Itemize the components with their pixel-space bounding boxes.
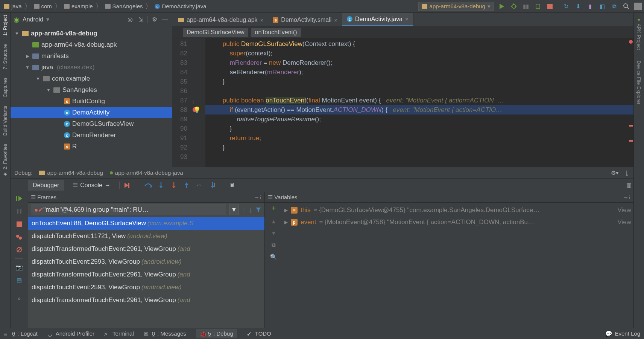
bottom-tab[interactable]: ◡Android Profiler (47, 330, 94, 337)
close-icon[interactable]: × (405, 16, 409, 22)
tree-item[interactable]: cDemoRenderer (11, 130, 172, 141)
override-icon[interactable]: ↕ (192, 97, 194, 107)
tab-apk-project[interactable]: ● APK Project (636, 17, 642, 50)
tree-item[interactable]: ▼java(classes.dex) (11, 62, 172, 73)
run-button[interactable] (498, 2, 506, 11)
tab-device-file-explorer[interactable]: Device File Explorer (636, 61, 642, 104)
profile-button[interactable]: ▮▮ (522, 2, 530, 11)
avd-manager-icon[interactable]: ⬇ (574, 2, 582, 11)
breadcrumb-item[interactable]: SanAngeles (103, 3, 144, 9)
variable-row[interactable]: ▶≡this = {DemoGLSurfaceView@4755} "com.e… (284, 204, 631, 216)
filter-icon[interactable] (255, 207, 261, 213)
up-icon[interactable]: ▲ (271, 218, 276, 224)
bottom-tab[interactable]: 🐞5: Debug (196, 329, 237, 338)
more-icon[interactable]: » (15, 294, 23, 302)
run-to-cursor-icon[interactable]: I (208, 181, 217, 190)
drop-frame-icon[interactable]: ⤺ (195, 181, 204, 190)
step-out-icon[interactable] (182, 181, 191, 190)
sdk-manager-icon[interactable]: ▮ (586, 2, 594, 11)
close-icon[interactable]: × (334, 17, 337, 23)
debug-button[interactable] (510, 2, 518, 11)
thread-selector[interactable]: ●✔ "main"@4,669 in group "main": RU… (31, 205, 226, 215)
editor-tab[interactable]: sDemoActivity.smali× (268, 14, 342, 26)
tab-captures[interactable]: Captures (2, 78, 8, 98)
expand-icon[interactable]: →⁝ (623, 194, 630, 201)
tab-debugger[interactable]: Debugger (28, 180, 64, 191)
step-into-icon[interactable] (156, 181, 166, 190)
attach-debugger-icon[interactable] (534, 2, 542, 11)
download-icon[interactable]: ⭳ (624, 170, 630, 176)
debug-process[interactable]: app-arm64-v8a-debug-java (115, 170, 183, 176)
stack-frame[interactable]: dispatchTouchEvent:2593, ViewGroup(andro… (28, 255, 264, 268)
tree-item[interactable]: sBuildConfig (11, 96, 172, 107)
tree-item[interactable]: cDemoActivity (11, 107, 172, 118)
project-view-selector[interactable]: Android (23, 16, 43, 23)
sync-gradle-icon[interactable]: ↻ (562, 2, 570, 11)
intention-bulb-icon[interactable]: 💡 (193, 105, 201, 115)
variable-list[interactable]: ▶≡this = {DemoGLSurfaceView@4755} "com.e… (282, 203, 633, 328)
device-manager-icon[interactable]: ⧉ (610, 2, 618, 11)
chip-method[interactable]: onTouchEvent() (251, 28, 301, 37)
stack-frame[interactable]: dispatchTransformedTouchEvent:2961, View… (28, 268, 264, 281)
project-view-chevron-icon[interactable]: ▾ (46, 16, 49, 23)
stack-frame[interactable]: dispatchTouchEvent:2593, ViewGroup(andro… (28, 281, 264, 294)
layout-inspector-icon[interactable]: ◧ (598, 2, 606, 11)
tab-structure[interactable]: 7: Structure (2, 44, 8, 69)
tree-item[interactable]: ▶manifests (11, 50, 172, 62)
editor-tab[interactable]: cDemoActivity.java× (342, 13, 413, 26)
layout-settings-icon[interactable]: ▥ (624, 181, 633, 190)
tree-item[interactable]: ▼com.example (11, 73, 172, 84)
next-frame-icon[interactable]: ↓ (249, 206, 252, 214)
code-body[interactable]: public DemoGLSurfaceView(Context context… (205, 38, 633, 167)
gear-icon[interactable]: ⚙▾ (611, 170, 619, 176)
stop-button[interactable] (546, 2, 554, 11)
inspect-icon[interactable]: 🔍 (270, 253, 277, 260)
camera-icon[interactable]: 📷 (15, 263, 23, 272)
icon-gutter[interactable]: 💡↕ (190, 38, 205, 167)
bottom-tab[interactable]: ≡6: Logcat (4, 330, 38, 337)
debug-config[interactable]: app-arm64-v8a-debug (47, 170, 103, 176)
user-icon[interactable] (634, 3, 642, 10)
target-icon[interactable]: ◎ (126, 16, 134, 23)
stop-icon[interactable] (15, 220, 23, 228)
evaluate-expr-icon[interactable]: 🖩 (228, 181, 237, 190)
warning-marker[interactable] (629, 140, 633, 142)
run-config-selector[interactable]: app-arm64-v8a-debug ▾ (418, 2, 494, 11)
tree-item[interactable]: cDemoGLSurfaceView (11, 118, 172, 130)
gear-icon[interactable]: ⚙ (151, 16, 158, 23)
tab-favorites[interactable]: ★ 2: Favorites (2, 144, 8, 177)
view-breakpoints-icon[interactable] (15, 233, 23, 241)
tab-console[interactable]: ☰ Console → (68, 180, 115, 191)
editor-tab[interactable]: app-arm64-v8a-debug.apk× (174, 14, 268, 26)
breadcrumb-item[interactable]: example (62, 3, 94, 9)
warning-marker[interactable] (629, 125, 633, 127)
mute-breakpoints-icon[interactable] (15, 246, 23, 254)
code-editor[interactable]: 81828384858687888990919293 💡↕ public Dem… (172, 38, 633, 167)
bottom-tab[interactable]: ✔TODO (247, 330, 271, 337)
tree-item[interactable]: ▼SanAngeles (11, 84, 172, 96)
layout-icon[interactable]: ▤ (15, 276, 23, 284)
resume-icon[interactable] (15, 194, 23, 203)
bottom-tab[interactable]: >_Terminal (104, 330, 134, 337)
step-over-icon[interactable] (144, 181, 153, 190)
stack-frame[interactable]: dispatchTransformedTouchEvent:2961, View… (28, 294, 264, 307)
prev-frame-icon[interactable]: ↑ (242, 206, 246, 214)
close-icon[interactable]: × (260, 17, 264, 23)
event-log-button[interactable]: 💬 Event Log (605, 330, 640, 337)
chip-class[interactable]: DemoGLSurfaceView (183, 28, 248, 37)
tab-build-variants[interactable]: Build Variants (2, 106, 8, 136)
tree-item[interactable]: app-arm64-v8a-debug.apk (11, 39, 172, 50)
project-tree[interactable]: ▼app-arm64-v8a-debugapp-arm64-v8a-debug.… (11, 26, 172, 167)
error-stripe[interactable] (628, 38, 633, 167)
variable-row[interactable]: ▶pevent = {MotionEvent@4758} "MotionEven… (284, 216, 631, 228)
tree-item[interactable]: sR (11, 141, 172, 152)
search-icon[interactable] (622, 2, 630, 11)
frame-list[interactable]: onTouchEvent:88, DemoGLSurfaceView(com.e… (28, 217, 264, 328)
breadcrumb-item[interactable]: com (32, 3, 53, 9)
tab-project[interactable]: 1: Project (2, 15, 8, 36)
copy-icon[interactable]: ⧉ (272, 241, 276, 248)
tree-item[interactable]: ▼app-arm64-v8a-debug (11, 28, 172, 39)
bottom-tab[interactable]: ✉0: Messages (144, 330, 186, 337)
hide-icon[interactable]: — (161, 16, 169, 23)
stack-frame[interactable]: onTouchEvent:88, DemoGLSurfaceView(com.e… (28, 217, 264, 230)
